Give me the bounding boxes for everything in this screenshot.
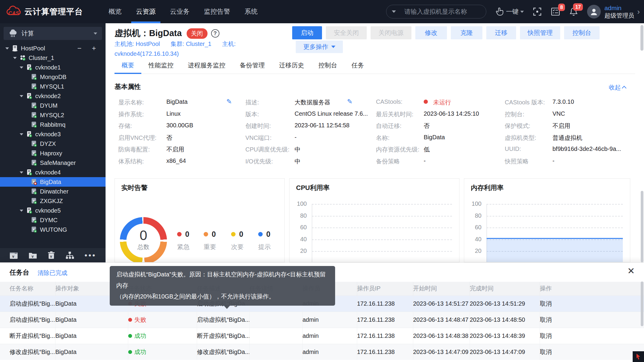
tree-item-DYMC[interactable]: vDYMC: [0, 215, 106, 225]
tree-item-WUTONG[interactable]: vWUTONG: [0, 225, 106, 234]
one-click-action[interactable]: 一键: [495, 7, 524, 16]
host-icon: [26, 131, 33, 138]
prop-value-text: 7.3.0.10: [552, 98, 574, 105]
one-click-dropdown-icon[interactable]: [520, 11, 524, 13]
action-button-修改[interactable]: 修改: [415, 26, 447, 39]
edit-pencil-icon[interactable]: ✎: [226, 98, 232, 105]
tree-item-MYSQL1[interactable]: vMYSQL1: [0, 82, 106, 91]
tree-item-Rabbitmq[interactable]: vRabbitmq: [0, 120, 106, 129]
tree-expand-icon[interactable]: [13, 57, 17, 59]
task-col-header-操作[interactable]: 操作: [540, 282, 644, 296]
content-scrollbar-thumb[interactable]: [641, 191, 643, 262]
action-button-快照管理[interactable]: 快照管理: [520, 26, 560, 39]
tree-item-SafeManager[interactable]: vSafeManager: [0, 158, 106, 168]
task-row[interactable]: 断开虚拟机“Big...BigData成功断开虚拟机“BigDa...admin…: [0, 328, 644, 344]
task-col-header-开始时间[interactable]: 开始时间: [413, 282, 470, 296]
clear-completed-link[interactable]: 清除已完成: [38, 269, 67, 277]
tree-expand-icon[interactable]: [20, 210, 23, 212]
legend-dot-icon: [258, 232, 263, 236]
vm-search-box[interactable]: [386, 5, 486, 18]
vm-window-tool-icon[interactable]: v: [9, 251, 18, 259]
tree-item-MongoDB[interactable]: vMongoDB: [0, 72, 106, 82]
table-scrollbar-thumb[interactable]: [641, 281, 643, 326]
user-avatar[interactable]: [587, 5, 601, 18]
action-button-控制台[interactable]: 控制台: [564, 26, 600, 39]
tree-expand-icon[interactable]: [20, 133, 23, 135]
tree-expand-icon[interactable]: [20, 95, 23, 97]
legend-dot-icon: [204, 232, 208, 236]
tree-item-DYUM[interactable]: vDYUM: [0, 101, 106, 110]
tree-item-ZXGKJZ[interactable]: vZXGKJZ: [0, 196, 106, 206]
notifications-button[interactable]: 17: [569, 7, 578, 16]
task-name-cell: 断开虚拟机“Big...: [0, 328, 55, 344]
task-row[interactable]: 修改虚拟机“Big...BigData成功修改虚拟机“BigDa...admin…: [0, 344, 644, 360]
tree-item-MYSQL2[interactable]: vMYSQL2: [0, 110, 106, 120]
task-list-button[interactable]: 8: [551, 7, 560, 16]
action-button-迁移[interactable]: 迁移: [486, 26, 516, 39]
topology-tool-icon[interactable]: [65, 251, 74, 259]
task-col-header-任务名称[interactable]: 任务名称: [0, 282, 55, 296]
user-info[interactable]: admin 超级管理员: [604, 4, 634, 19]
main-scrollbar-thumb[interactable]: [640, 25, 643, 51]
tree-item-BigData[interactable]: vBigData: [0, 177, 106, 187]
tree-item-cvknode4[interactable]: cvknode4: [0, 168, 106, 177]
tree-item-cvknode1[interactable]: cvknode1: [0, 63, 106, 72]
tree-item-Dirwatcher[interactable]: vDirwatcher: [0, 187, 106, 196]
task-col-header-完成时间[interactable]: 完成时间: [470, 282, 540, 296]
tree-item-HostPool[interactable]: HostPool− +: [0, 44, 106, 53]
vm-recycle-tool-icon[interactable]: v: [47, 251, 55, 259]
nav-item-云资源[interactable]: 云资源: [129, 0, 163, 23]
prop-value-text: 300.00GB: [166, 122, 193, 129]
tree-item-cvknode5[interactable]: cvknode5: [0, 206, 106, 215]
tree-item-DYZX[interactable]: vDYZX: [0, 139, 106, 148]
nav-item-云业务[interactable]: 云业务: [163, 0, 197, 23]
collapse-link[interactable]: 收起: [609, 83, 626, 92]
tab-进程服务监控[interactable]: 进程服务监控: [181, 58, 233, 74]
tree-item-Haproxy[interactable]: vHaproxy: [0, 148, 106, 158]
prop-value: 7.3.0.10: [552, 98, 637, 110]
vm-folder-tool-icon[interactable]: v: [28, 251, 37, 259]
tab-控制台[interactable]: 控制台: [311, 58, 344, 74]
task-row[interactable]: 启动虚拟机“Big...BigData失败启动虚拟机“BigDa...admin…: [0, 312, 644, 328]
tab-迁移历史[interactable]: 迁移历史: [272, 58, 311, 74]
y-axis-tick-label: 40: [467, 236, 482, 243]
tree-item-Cluster_1[interactable]: Cluster_1: [0, 53, 106, 63]
search-input[interactable]: [404, 8, 485, 15]
tab-备份管理[interactable]: 备份管理: [233, 58, 272, 74]
action-button-克隆[interactable]: 克隆: [451, 26, 482, 39]
nav-item-系统[interactable]: 系统: [237, 0, 265, 23]
tree-zoom-controls[interactable]: − +: [77, 44, 100, 52]
tree-item-cvknode3[interactable]: cvknode3: [0, 129, 106, 139]
task-col-header-操作员IP[interactable]: 操作员IP: [357, 282, 413, 296]
tab-性能监控[interactable]: 性能监控: [141, 58, 181, 74]
tree-expand-icon[interactable]: [5, 47, 9, 49]
breadcrumb-part-0[interactable]: 主机池: HostPool: [114, 40, 160, 48]
action-button-启动[interactable]: 启动: [292, 26, 322, 39]
search-scope-dropdown-icon[interactable]: [392, 10, 396, 13]
more-tools-icon[interactable]: •••: [85, 251, 96, 260]
tab-任务[interactable]: 任务: [344, 58, 371, 74]
breadcrumb-part-2[interactable]: 主机:: [222, 40, 236, 48]
breadcrumb-host-link[interactable]: cvknode4(172.16.10.34): [114, 50, 293, 57]
nav-item-监控告警[interactable]: 监控告警: [197, 0, 237, 23]
cpu-usage-panel: CPU利用率 10080604020: [289, 178, 459, 262]
edit-pencil-icon[interactable]: ✎: [347, 98, 352, 105]
tree-item-cvknode2[interactable]: cvknode2: [0, 91, 106, 101]
chevron-up-icon: [622, 86, 627, 91]
fullscreen-button[interactable]: [533, 7, 542, 16]
nav-item-概览[interactable]: 概览: [101, 0, 129, 23]
more-actions-button[interactable]: 更多操作: [296, 41, 343, 53]
memory-usage-panel: 内存利用率 10080604020: [464, 178, 630, 262]
resource-type-selector[interactable]: 计算: [4, 27, 102, 40]
user-menu-chevron-icon[interactable]: ›: [637, 7, 640, 16]
tab-概要[interactable]: 概要: [114, 58, 141, 74]
breadcrumb-part-1[interactable]: 集群: Cluster_1: [171, 40, 211, 48]
tree-expand-icon[interactable]: [20, 171, 23, 174]
close-task-panel-icon[interactable]: ✕: [627, 266, 635, 276]
prop-label: 存储:: [118, 122, 166, 134]
legend-dot-icon: [231, 232, 236, 236]
help-icon[interactable]: ?: [211, 29, 219, 38]
vm-icon: v: [30, 121, 38, 128]
y-axis-tick-label: 100: [292, 200, 307, 207]
tree-expand-icon[interactable]: [20, 66, 23, 69]
